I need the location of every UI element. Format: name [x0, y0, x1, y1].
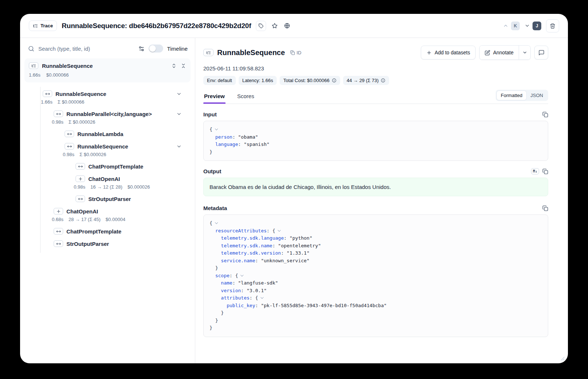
search-input[interactable]: [38, 46, 134, 52]
node-name: StrOutputParser: [88, 196, 131, 202]
badge-row: Env: defaultLatency: 1.66sTotal Cost: $0…: [203, 76, 548, 85]
tree-node[interactable]: RunnableLambda: [41, 128, 195, 140]
id-chip-label: ID: [297, 50, 301, 55]
tab-scores[interactable]: Scores: [237, 90, 255, 103]
json-key: scope: [215, 273, 230, 278]
span-icon: [54, 228, 63, 235]
tree-node[interactable]: ChatOpenAI0.98s16 → 12 (Σ 28)$0.000026: [41, 173, 195, 193]
timeline-toggle[interactable]: [149, 45, 163, 53]
json-key: version: [221, 288, 241, 293]
add-to-datasets-label: Add to datasets: [435, 50, 470, 55]
page-title: RunnableSequence: dbe646b2b67957d22e8780…: [62, 22, 251, 30]
expand-all-icon[interactable]: [171, 63, 177, 69]
annotate-dropdown-button[interactable]: [519, 46, 530, 59]
json-value: "obama": [238, 134, 258, 140]
input-section-head: Input: [203, 111, 548, 117]
span-icon: [65, 143, 74, 150]
node-stat: $0.00004: [105, 217, 125, 222]
metadata-section-head: Metadata: [203, 205, 548, 211]
annotate-button[interactable]: Annotate: [480, 46, 519, 59]
tree-node[interactable]: StrOutputParser: [41, 237, 195, 250]
trace-sidebar: Timeline RunnableSequence 1.66s$0.000066…: [20, 38, 195, 363]
node-name: RunnableSequence: [77, 143, 128, 150]
chevron-down-icon[interactable]: [176, 91, 182, 97]
prev-trace-button[interactable]: K: [503, 22, 520, 30]
list-tree-icon: [33, 23, 38, 28]
chevron-up-icon: [503, 23, 508, 28]
chevron-down-icon[interactable]: [176, 111, 182, 117]
globe-button[interactable]: [283, 22, 291, 30]
tree-node[interactable]: ChatPromptTemplate: [41, 160, 195, 173]
json-key: public_key: [227, 303, 255, 308]
observation-icon: [203, 49, 214, 56]
output-content: Barack Obama es de la ciudad de Chicago,…: [203, 178, 548, 196]
json-key: service.name: [221, 258, 255, 263]
node-stat: 1.66s: [29, 72, 41, 78]
comment-icon: [538, 50, 545, 56]
collapse-all-icon[interactable]: [181, 63, 186, 69]
info-icon[interactable]: [381, 78, 385, 83]
json-key: name: [221, 280, 232, 286]
node-stat: 0.98s: [74, 184, 85, 190]
node-stat: 0.68s: [52, 217, 64, 222]
node-name: ChatOpenAI: [88, 176, 120, 182]
search-icon: [28, 46, 34, 52]
format-option-formatted[interactable]: Formatted: [497, 91, 526, 100]
copy-id-button[interactable]: ID: [290, 50, 301, 55]
star-button[interactable]: [271, 22, 278, 30]
add-to-datasets-button[interactable]: Add to datasets: [421, 46, 476, 59]
collapse-caret[interactable]: [278, 228, 281, 231]
json-value: "python": [289, 235, 312, 241]
observation-title: RunnableSequence: [217, 49, 285, 57]
tree-root-item[interactable]: RunnableSequence 1.66s$0.000066: [24, 58, 191, 82]
comments-button[interactable]: [534, 46, 548, 59]
detail-actions: Add to datasets Annotate: [421, 45, 548, 60]
input-code: { person: "obama" language: "spanish"}: [203, 121, 548, 161]
metadata-section: Metadata { resourceAttributes: { telemet…: [203, 205, 548, 337]
copy-icon[interactable]: [542, 112, 548, 117]
next-trace-button[interactable]: J: [524, 22, 541, 30]
copy-icon: [290, 50, 295, 55]
kbd-hint-k: K: [511, 22, 520, 30]
info-icon[interactable]: [332, 78, 337, 83]
tree-node[interactable]: RunnableParallel<city,language>0.98sΣ $0…: [41, 108, 195, 128]
tab-preview[interactable]: Preview: [203, 90, 226, 103]
span-icon: [65, 131, 74, 137]
collapse-caret[interactable]: [261, 296, 264, 299]
tag-button[interactable]: [256, 21, 266, 31]
span-icon: [54, 240, 63, 247]
delete-trace-button[interactable]: [546, 19, 559, 32]
copy-icon[interactable]: [542, 169, 548, 174]
tree-node[interactable]: ChatPromptTemplate: [41, 225, 195, 237]
format-option-json[interactable]: JSON: [526, 91, 547, 100]
detail-header: RunnableSequence ID Add to datasets Anno…: [203, 45, 548, 60]
tree-node[interactable]: StrOutputParser: [41, 193, 195, 205]
tree-node[interactable]: RunnableSequence0.98sΣ $0.000026: [41, 140, 195, 160]
json-key: telemetry.sdk.version: [221, 250, 281, 256]
node-stat: 0.98s: [63, 152, 74, 157]
metadata-label: Metadata: [203, 205, 227, 211]
generation-icon: [54, 208, 63, 214]
collapse-caret[interactable]: [215, 127, 218, 130]
node-name: RunnableParallel<city,language>: [66, 111, 152, 117]
copy-icon[interactable]: [542, 205, 548, 211]
filter-settings-icon[interactable]: [138, 46, 145, 52]
json-key: resourceAttributes: [215, 228, 267, 233]
resize-handle[interactable]: [561, 357, 565, 361]
tree-node[interactable]: RunnableSequence1.66sΣ $0.000066: [41, 88, 195, 108]
annotate-label: Annotate: [493, 50, 514, 55]
node-name: ChatPromptTemplate: [88, 163, 143, 170]
tab-bar: PreviewScores: [203, 90, 266, 103]
collapse-caret[interactable]: [215, 221, 218, 224]
tree-node[interactable]: ChatOpenAI0.68s28 → 17 (Σ 45)$0.00004: [41, 205, 195, 225]
markdown-toggle-button[interactable]: M↓: [531, 168, 539, 174]
json-value: "opentelemetry": [278, 243, 321, 248]
chevron-down-icon[interactable]: [176, 144, 182, 149]
node-name: ChatOpenAI: [66, 208, 98, 214]
trace-tree: RunnableSequence1.66sΣ $0.000066Runnable…: [40, 87, 195, 253]
collapse-caret[interactable]: [241, 273, 243, 276]
tree-root-stats: 1.66s$0.000066: [29, 72, 186, 78]
star-icon: [272, 23, 278, 29]
window-body: Timeline RunnableSequence 1.66s$0.000066…: [20, 38, 568, 363]
json-key: language: [215, 142, 238, 147]
